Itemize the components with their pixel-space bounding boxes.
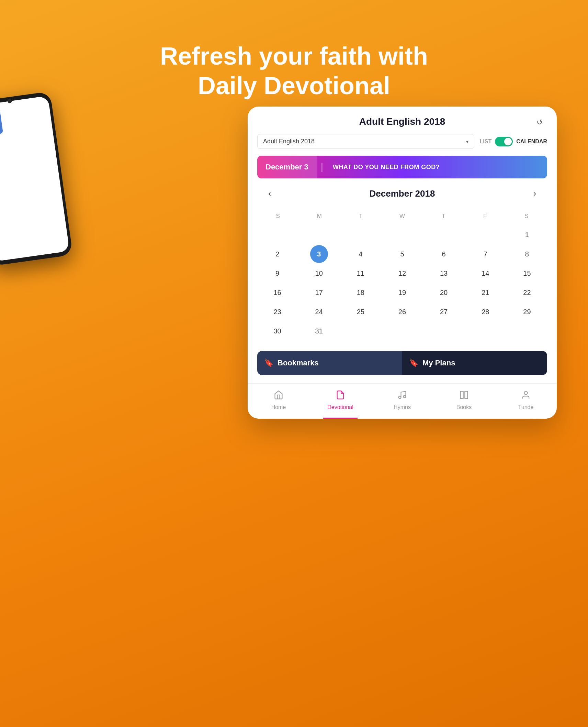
svg-rect-3: [465, 392, 467, 399]
calendar-day[interactable]: 6: [435, 245, 453, 263]
banner-divider: |: [317, 162, 327, 173]
calendar-day[interactable]: 29: [518, 303, 536, 321]
nav-item-hymns[interactable]: Hymns: [385, 390, 419, 410]
nav-hymns-label: Hymns: [394, 404, 411, 410]
calendar-section: ‹ December 2018 › SMTWTFS 12345678910111…: [248, 187, 557, 340]
calendar-day[interactable]: 31: [310, 322, 328, 340]
calendar-day[interactable]: 16: [269, 284, 286, 301]
calendar-day: [352, 226, 370, 244]
day-header: S: [257, 210, 299, 222]
view-toggle-group: LIST CALENDAR: [480, 137, 547, 146]
calendar-day: [269, 226, 286, 244]
dropdown-arrow-icon: ▾: [466, 139, 468, 144]
calendar-day[interactable]: 9: [269, 264, 286, 282]
nav-books-icon: [459, 390, 469, 402]
mini-calendar-widget: WED Oct 29: [0, 109, 3, 136]
hero-section: Refresh your faith with Daily Devotional: [157, 41, 431, 101]
nav-item-devotional[interactable]: Devotional: [323, 390, 358, 410]
calendar-day[interactable]: 21: [476, 284, 494, 301]
calendar-day[interactable]: 28: [476, 303, 494, 321]
calendar-day[interactable]: 7: [476, 245, 494, 263]
calendar-day[interactable]: 24: [310, 303, 328, 321]
phone-device: WED Oct 29: [0, 96, 96, 330]
nav-item-home[interactable]: Home: [261, 390, 296, 410]
nav-item-tunde[interactable]: Tunde: [509, 390, 543, 410]
calendar-day[interactable]: 15: [518, 264, 536, 282]
calendar-day: [393, 226, 411, 244]
app-card: Adult English 2018 ↺ Adult English 2018 …: [248, 107, 557, 419]
day-header: T: [423, 210, 464, 222]
view-toggle-switch[interactable]: [495, 137, 513, 146]
list-label: LIST: [480, 139, 492, 145]
card-header: Adult English 2018 ↺: [248, 107, 557, 134]
calendar-day[interactable]: 1: [518, 226, 536, 244]
calendar-day[interactable]: 8: [518, 245, 536, 263]
calendar-day[interactable]: 26: [393, 303, 411, 321]
nav-home-label: Home: [271, 404, 286, 410]
bookmark-icon: 🔖: [264, 359, 273, 367]
bookmarks-button[interactable]: 🔖 Bookmarks: [257, 351, 402, 375]
myplans-label: My Plans: [422, 359, 455, 367]
day-header: S: [506, 210, 547, 222]
calendar-day[interactable]: 25: [352, 303, 370, 321]
svg-point-4: [524, 392, 527, 395]
calendar-day[interactable]: 20: [435, 284, 453, 301]
calendar-day: [435, 226, 453, 244]
toggle-knob: [504, 138, 512, 145]
day-header: M: [299, 210, 340, 222]
svg-rect-2: [461, 392, 463, 399]
calendar-day[interactable]: 12: [393, 264, 411, 282]
prev-month-button[interactable]: ‹: [263, 187, 276, 200]
day-headers: SMTWTFS: [257, 210, 547, 222]
bookmarks-label: Bookmarks: [278, 359, 319, 367]
banner-date: December 3: [257, 156, 317, 178]
controls-row: Adult English 2018 ▾ LIST CALENDAR: [248, 134, 557, 156]
calendar-day[interactable]: 2: [269, 245, 286, 263]
calendar-days: 1234567891011121314151617181920212223242…: [257, 226, 547, 340]
refresh-icon[interactable]: ↺: [533, 116, 546, 129]
day-header: W: [382, 210, 423, 222]
calendar-nav: ‹ December 2018 ›: [257, 187, 547, 200]
calendar-day[interactable]: 22: [518, 284, 536, 301]
bottom-buttons: 🔖 Bookmarks 🔖 My Plans: [248, 340, 557, 383]
banner-text: WHAT DO YOU NEED FROM GOD?: [327, 157, 445, 178]
calendar-day: [476, 226, 494, 244]
edition-dropdown[interactable]: Adult English 2018 ▾: [257, 134, 474, 149]
calendar-day[interactable]: 18: [352, 284, 370, 301]
nav-hymns-icon: [397, 390, 407, 402]
calendar-day[interactable]: 14: [476, 264, 494, 282]
calendar-grid: SMTWTFS 12345678910111213141516171819202…: [257, 210, 547, 340]
calendar-day[interactable]: 30: [269, 322, 286, 340]
calendar-day[interactable]: 3: [310, 245, 328, 263]
feature-banner[interactable]: December 3 | WHAT DO YOU NEED FROM GOD?: [257, 156, 547, 178]
next-month-button[interactable]: ›: [528, 187, 542, 200]
calendar-day[interactable]: 11: [352, 264, 370, 282]
svg-point-1: [404, 395, 406, 398]
card-title: Adult English 2018: [359, 116, 445, 127]
nav-home-icon: [274, 390, 283, 402]
calendar-day[interactable]: 27: [435, 303, 453, 321]
day-header: F: [464, 210, 506, 222]
calendar-day[interactable]: 19: [393, 284, 411, 301]
calendar-day[interactable]: 23: [269, 303, 286, 321]
svg-point-0: [399, 396, 401, 399]
day-header: T: [340, 210, 382, 222]
calendar-day[interactable]: 13: [435, 264, 453, 282]
myplans-button[interactable]: 🔖 My Plans: [402, 351, 547, 375]
nav-tunde-label: Tunde: [518, 404, 534, 410]
nav-tunde-icon: [521, 390, 531, 402]
nav-devotional-icon: [336, 390, 345, 402]
bottom-nav: HomeDevotionalHymnsBooksTunde: [248, 383, 557, 419]
nav-item-books[interactable]: Books: [447, 390, 481, 410]
calendar-label: CALENDAR: [516, 139, 547, 145]
plans-icon: 🔖: [409, 359, 418, 367]
month-title: December 2018: [370, 188, 435, 199]
nav-devotional-label: Devotional: [327, 404, 353, 410]
calendar-day[interactable]: 10: [310, 264, 328, 282]
calendar-day[interactable]: 17: [310, 284, 328, 301]
calendar-day[interactable]: 5: [393, 245, 411, 263]
dropdown-value: Adult English 2018: [263, 138, 315, 145]
calendar-day: [310, 226, 328, 244]
calendar-day[interactable]: 4: [352, 245, 370, 263]
hero-line1: Refresh your faith with: [160, 42, 428, 70]
